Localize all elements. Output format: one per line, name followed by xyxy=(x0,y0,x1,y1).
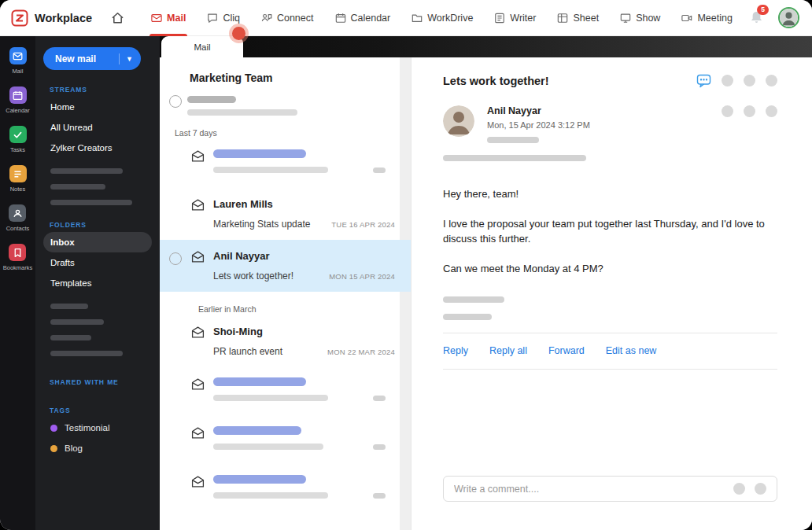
placeholder-bar xyxy=(213,444,323,450)
new-mail-button[interactable]: New mail ▼ xyxy=(43,47,141,70)
body-paragraph: Can we meet the Monday at 4 PM? xyxy=(443,261,777,277)
mail-list-item-placeholder[interactable] xyxy=(160,465,411,513)
mail-list-item-placeholder[interactable] xyxy=(160,367,411,416)
mail-list-item-placeholder[interactable] xyxy=(160,139,411,188)
rail-item-notes[interactable]: Notes xyxy=(9,165,27,193)
forward-link[interactable]: Forward xyxy=(548,345,585,356)
rail-item-bookmarks[interactable]: Bookmarks xyxy=(3,244,33,271)
sidebar-item-drafts[interactable]: Drafts xyxy=(43,252,152,273)
rail-label: Contacts xyxy=(6,225,30,232)
placeholder-bar xyxy=(213,426,301,435)
tag-testimonial[interactable]: Testimonial xyxy=(43,418,152,438)
video-camera-icon xyxy=(681,13,692,24)
topnav-sheet[interactable]: Sheet xyxy=(557,0,599,36)
mail-list-item-placeholder[interactable] xyxy=(160,416,411,465)
chevron-down-icon[interactable]: ▼ xyxy=(126,55,133,63)
topnav-label: Meeting xyxy=(697,13,732,24)
mail-list-item-shoi-ming[interactable]: Shoi-Ming PR launch event MON 22 MAR 202… xyxy=(160,315,411,367)
topnav-writer[interactable]: Writer xyxy=(494,0,536,36)
button-divider xyxy=(119,53,120,64)
comment-input-box xyxy=(443,476,777,502)
topnav-connect[interactable]: Connect xyxy=(261,0,314,36)
sidebar-item-templates[interactable]: Templates xyxy=(43,273,152,293)
app-rail: Mail Calendar Tasks Notes xyxy=(0,36,35,530)
envelope-icon xyxy=(191,326,205,339)
sender-avatar xyxy=(443,105,474,137)
mail-list-item-anil-nayyar[interactable]: Anil Nayyar Lets work together! MON 15 A… xyxy=(160,240,411,292)
placeholder-bar xyxy=(373,444,386,450)
tags-section-label: TAGS xyxy=(50,407,152,414)
placeholder-bar xyxy=(373,167,386,173)
toolbar-action-placeholder[interactable] xyxy=(722,75,733,86)
placeholder-bar xyxy=(50,200,132,205)
sidebar-item-zylker-creators[interactable]: Zylker Creators xyxy=(43,138,152,158)
placeholder-bar xyxy=(50,304,88,309)
rail-item-contacts[interactable]: Contacts xyxy=(6,204,30,232)
signature-placeholder-bar xyxy=(443,296,504,303)
brand-name: Workplace xyxy=(35,12,92,24)
connect-icon xyxy=(261,13,272,24)
comment-icon[interactable] xyxy=(696,73,711,88)
list-header-title: Marketing Team xyxy=(190,72,411,84)
mail-list-item-lauren-mills[interactable]: Lauren Mills Marketing Stats update TUE … xyxy=(160,188,411,240)
sidebar-item-home[interactable]: Home xyxy=(43,97,152,117)
divider xyxy=(443,369,777,370)
mail-date: MON 22 MAR 2024 xyxy=(327,348,395,356)
body-paragraph: Hey there, team! xyxy=(443,186,777,202)
tag-label: Blog xyxy=(65,444,83,453)
placeholder-bar xyxy=(373,493,386,499)
topnav-label: Calendar xyxy=(351,13,391,24)
notes-app-icon xyxy=(9,165,27,182)
notifications-bell-icon[interactable]: 5 xyxy=(749,10,764,25)
placeholder-bar xyxy=(213,149,306,158)
topnav-workdrive[interactable]: WorkDrive xyxy=(412,0,473,36)
toolbar-action-placeholder[interactable] xyxy=(744,75,755,86)
envelope-icon xyxy=(191,475,205,488)
comment-action-placeholder[interactable] xyxy=(755,483,766,495)
content-area: Mail Marketing Team Last 7 days xyxy=(160,36,812,530)
tag-label: Testimonial xyxy=(65,423,110,432)
rail-item-calendar[interactable]: Calendar xyxy=(6,86,29,114)
topnav-calendar[interactable]: Calendar xyxy=(335,0,391,36)
topnav-meeting[interactable]: Meeting xyxy=(681,0,732,36)
user-avatar[interactable] xyxy=(778,7,799,28)
reply-all-link[interactable]: Reply all xyxy=(489,345,527,356)
message-actions: Reply Reply all Forward Edit as new xyxy=(443,345,777,356)
topnav-show[interactable]: Show xyxy=(620,0,660,36)
bookmarks-app-icon xyxy=(9,244,26,261)
topnav-label: Show xyxy=(636,13,660,24)
edit-as-new-link[interactable]: Edit as new xyxy=(606,345,657,356)
folders-section-label: FOLDERS xyxy=(50,221,152,229)
message-action-placeholder[interactable] xyxy=(766,105,777,117)
brand[interactable]: Workplace xyxy=(11,9,92,27)
select-all-radio[interactable] xyxy=(169,95,182,108)
toolbar-action-placeholder[interactable] xyxy=(766,75,777,86)
tab-mail[interactable]: Mail xyxy=(161,36,243,57)
rail-item-mail[interactable]: Mail xyxy=(9,47,27,75)
message-list-pane: Marketing Team Last 7 days xyxy=(160,57,412,530)
comment-action-placeholder[interactable] xyxy=(733,483,745,495)
sidebar-item-all-unread[interactable]: All Unread xyxy=(43,117,152,138)
placeholder-bar xyxy=(187,109,297,116)
select-radio[interactable] xyxy=(169,252,182,265)
comment-input[interactable] xyxy=(454,484,724,495)
home-icon[interactable] xyxy=(111,11,124,24)
folder-icon xyxy=(412,13,423,24)
document-icon xyxy=(494,13,505,24)
divider xyxy=(443,333,777,333)
recipients-placeholder-bar xyxy=(487,137,539,143)
message-action-placeholder[interactable] xyxy=(722,105,733,117)
placeholder-bar xyxy=(213,492,328,499)
sent-datetime: Mon, 15 Apr 2024 3:12 PM xyxy=(487,120,590,130)
reply-link[interactable]: Reply xyxy=(443,345,468,356)
mail-sender: Lauren Mills xyxy=(213,198,395,210)
envelope-icon xyxy=(191,149,205,163)
message-action-placeholder[interactable] xyxy=(744,105,755,117)
topnav-mail[interactable]: Mail xyxy=(151,0,186,36)
rail-item-tasks[interactable]: Tasks xyxy=(9,126,27,153)
tag-blog[interactable]: Blog xyxy=(43,438,152,458)
notification-count-badge: 5 xyxy=(757,5,769,15)
mail-date: TUE 16 APR 2024 xyxy=(331,220,395,229)
envelope-icon xyxy=(191,250,205,263)
sidebar-item-inbox[interactable]: Inbox xyxy=(43,232,152,252)
